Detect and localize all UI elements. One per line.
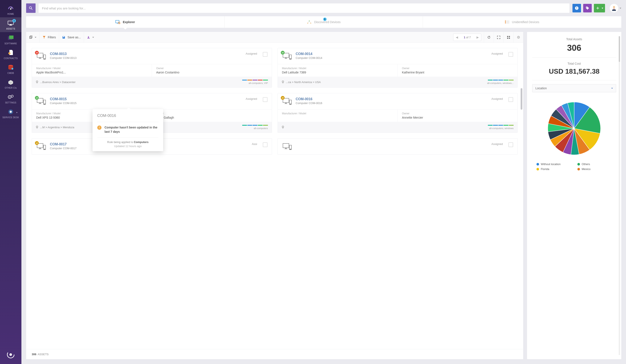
tab-discovered[interactable]: 5 Discovered Devices [225,16,423,28]
sidebar-label: HOME [7,13,14,15]
view-grid-button[interactable] [504,32,513,43]
asset-tags: all-computers, windows... [486,80,513,84]
chevron-down-icon [611,88,613,89]
asset-card[interactable]: COM-0014 Computer COM-0014 Assigned Manu… [277,48,518,88]
asset-card[interactable]: Assigned [277,138,518,155]
sidebar-item-service-desk[interactable]: ▸ SERVICE DESK [0,106,21,121]
select-checkbox[interactable] [263,97,268,102]
svg-rect-67 [43,104,46,105]
alerts-button[interactable] [572,4,581,12]
settings-button[interactable] [513,32,523,43]
asset-state: Assigned [492,142,503,146]
scrollbar[interactable] [619,36,620,355]
legend-item[interactable]: Without location [537,163,571,166]
legend-item[interactable]: Others [577,163,612,166]
tab-label: Discovered Devices [314,20,341,24]
search-input[interactable] [39,3,569,13]
topbar [21,0,626,16]
box-icon [7,79,14,85]
svg-rect-35 [505,21,506,21]
pin-icon [36,80,38,83]
sidebar-item-software[interactable]: SOFTWARE [0,32,21,47]
legend-item[interactable]: Mexico [577,167,612,171]
select-value: Location [535,86,547,90]
asset-tags: all-computers, windows [486,125,513,130]
saveas-button[interactable]: Save as... [59,32,84,43]
svg-rect-77 [39,148,41,149]
legend-item[interactable]: Florida [537,167,571,171]
svg-rect-6 [9,36,13,39]
pager-next-button[interactable]: ▶ [474,34,481,41]
chevron-down-icon [35,37,37,38]
scrollbar[interactable] [521,45,522,336]
svg-rect-73 [289,104,291,105]
svg-line-31 [120,24,120,24]
view-menu-button[interactable] [26,32,39,43]
sidebar-item-assets[interactable]: 5 ASSETS [0,17,21,32]
svg-point-50 [518,37,519,38]
sidebar-label: SETTINGS [5,102,16,104]
tab-label: Explorer [123,20,135,24]
svg-rect-3 [10,25,12,25]
tab-unidentified[interactable]: Unidentified Devices [423,16,621,28]
svg-rect-54 [43,55,46,59]
grid-icon [507,36,510,39]
status-badge-icon [281,96,285,100]
asset-name: Computer COM-0015 [50,102,242,105]
svg-rect-29 [117,23,118,24]
select-checkbox[interactable] [263,142,268,147]
explorer-icon [116,20,120,24]
avatar-icon [610,4,618,12]
result-count: 306ASSETS [26,349,523,359]
status-badge-icon [281,51,285,55]
asset-card[interactable]: COM-0016 Computer COM-0016 Assigned Manu… [277,93,518,133]
export-button[interactable] [84,32,97,43]
refresh-icon [487,36,491,39]
chevron-down-icon [620,8,621,9]
asset-card[interactable]: COM-0013 Computer COM-0013 Assigned Manu… [32,48,272,88]
chart-dimension-select[interactable]: Location [532,84,616,92]
search-button[interactable] [26,3,36,13]
select-checkbox[interactable] [263,52,268,57]
filters-button[interactable]: Filters [39,32,59,43]
svg-rect-55 [43,59,46,60]
svg-point-7 [8,52,10,54]
tab-explorer[interactable]: Explorer [26,16,225,28]
tags-button[interactable] [583,4,592,12]
sidebar-item-settings[interactable]: SETTINGS [0,91,21,106]
sidebar-item-other-cis[interactable]: OTHER CIs [0,76,21,91]
user-menu[interactable] [610,4,621,12]
select-checkbox[interactable] [509,142,513,147]
field-label: Owner [402,112,513,115]
field-value: Dell Latitude 7389 [282,71,393,74]
pin-icon [36,126,38,129]
create-button[interactable] [594,4,605,12]
chevron-down-icon [92,37,94,38]
svg-rect-40 [506,23,509,23]
pager-prev-button[interactable]: ◀ [453,34,460,41]
select-checkbox[interactable] [509,52,513,57]
fullscreen-button[interactable] [494,32,504,43]
svg-rect-70 [285,103,286,104]
field-value: Mary Gallagh [156,116,267,119]
refresh-button[interactable] [484,32,494,43]
explorer-toolbar: Filters Save as... ◀ 1 of 7 ▶ [26,32,523,43]
sidebar-label: CMDB [7,72,14,74]
chevron-right-icon: ▸ [16,111,18,113]
select-checkbox[interactable] [509,97,513,102]
svg-point-14 [10,111,12,113]
download-icon [87,36,90,39]
gear-icon [517,36,520,39]
svg-rect-66 [43,100,46,104]
chart-legend: Without locationOthersFloridaMexico [532,163,616,171]
field-label: Owner [156,67,267,70]
save-icon [62,36,65,39]
asset-state: Assi [252,142,257,146]
total-assets-value: 306 [532,43,616,53]
asset-id: COM-0015 [50,97,242,101]
asset-state: Assigned [492,97,503,100]
sidebar-item-home[interactable]: HOME [0,2,21,17]
sidebar-item-contracts[interactable]: CONTRACTS [0,47,21,62]
status-badge-icon [35,141,39,145]
sidebar-item-cmdb[interactable]: CMDB [0,62,21,76]
